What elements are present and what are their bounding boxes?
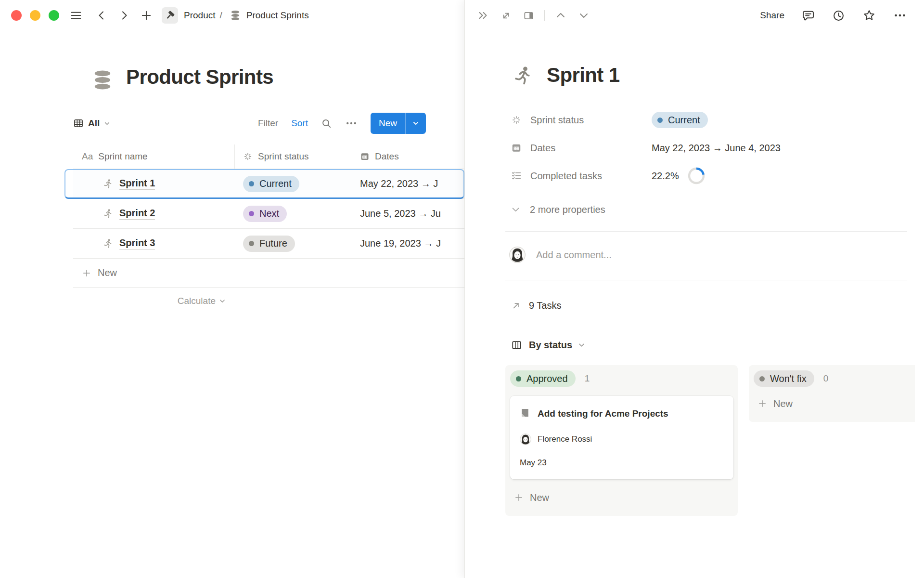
column-header-sprint-status[interactable]: Sprint status bbox=[234, 151, 353, 162]
add-page-icon[interactable] bbox=[140, 9, 153, 22]
board-column-wont-fix: Won't fix 0 New bbox=[749, 365, 915, 422]
close-window-button[interactable] bbox=[11, 10, 22, 21]
new-button[interactable]: New bbox=[371, 113, 426, 134]
property-dates[interactable]: Dates May 22, 2023 → June 4, 2023 bbox=[511, 134, 907, 162]
group-tag[interactable]: Won't fix bbox=[754, 370, 814, 387]
table-row-sprint-3[interactable]: Sprint 3 Future June 19, 2023 → J bbox=[73, 229, 464, 259]
sprint-status-cell[interactable]: Current bbox=[234, 176, 353, 192]
sprint-title[interactable]: Sprint 1 bbox=[119, 178, 155, 190]
status-label: Current bbox=[259, 178, 292, 189]
search-icon[interactable] bbox=[321, 118, 332, 129]
add-comment-row[interactable]: Add a comment... bbox=[509, 244, 907, 265]
date-range: June 5, 2023 → Ju bbox=[360, 208, 441, 219]
share-button[interactable]: Share bbox=[760, 10, 784, 21]
board-new-card-button[interactable]: New bbox=[510, 489, 733, 506]
more-options-icon[interactable] bbox=[345, 117, 358, 130]
notion-window: Product / Product Sprints Product Sprint… bbox=[0, 0, 924, 578]
board-new-card-button[interactable]: New bbox=[754, 395, 915, 412]
board-column-header[interactable]: Approved 1 bbox=[510, 370, 733, 387]
task-title[interactable]: Add testing for Acme Projects bbox=[538, 407, 668, 420]
status-label: Current bbox=[668, 115, 700, 126]
comment-input[interactable]: Add a comment... bbox=[536, 250, 612, 261]
dates-cell[interactable]: June 5, 2023 → Ju bbox=[353, 208, 464, 219]
record-header: Sprint 1 bbox=[511, 64, 907, 88]
page-title: Product Sprints bbox=[126, 66, 273, 89]
breadcrumb-current[interactable]: Product Sprints bbox=[246, 10, 309, 21]
fullscreen-window-button[interactable] bbox=[49, 10, 59, 21]
section-divider bbox=[505, 280, 907, 280]
property-sprint-status[interactable]: Sprint status Current bbox=[511, 106, 907, 134]
table-new-row-button[interactable]: New bbox=[73, 259, 464, 288]
chevron-down-icon bbox=[104, 120, 110, 127]
database-icon[interactable] bbox=[91, 67, 114, 92]
sprint-status-cell[interactable]: Future bbox=[234, 236, 353, 252]
status-tag[interactable]: Future bbox=[243, 236, 295, 252]
table-row-sprint-2[interactable]: Sprint 2 Next June 5, 2023 → Ju bbox=[73, 199, 464, 229]
status-spinner-icon bbox=[243, 152, 253, 161]
previous-record-icon[interactable] bbox=[555, 10, 566, 21]
dates-cell[interactable]: June 19, 2023 → J bbox=[353, 238, 464, 249]
column-header-dates[interactable]: Dates bbox=[353, 151, 464, 162]
sprint-title[interactable]: Sprint 3 bbox=[119, 237, 155, 250]
tasks-link[interactable]: 9 Tasks bbox=[511, 296, 907, 315]
table-view-icon bbox=[73, 118, 84, 129]
sprint-name-cell[interactable]: Sprint 2 bbox=[73, 208, 234, 220]
close-peek-icon[interactable] bbox=[477, 10, 489, 21]
more-options-icon[interactable] bbox=[893, 9, 907, 22]
progress-ring bbox=[687, 167, 706, 185]
expand-page-icon[interactable] bbox=[500, 10, 512, 21]
status-tag[interactable]: Current bbox=[243, 176, 299, 192]
favorite-star-icon[interactable] bbox=[862, 9, 876, 22]
status-tag[interactable]: Next bbox=[243, 206, 287, 222]
board-column-header[interactable]: Won't fix 0 bbox=[754, 370, 915, 387]
sort-button[interactable]: Sort bbox=[291, 118, 308, 129]
view-tab-all[interactable]: All bbox=[73, 118, 110, 129]
record-title[interactable]: Sprint 1 bbox=[547, 64, 620, 87]
task-card[interactable]: Add testing for Acme Projects Florence R… bbox=[510, 396, 733, 479]
hammer-icon[interactable] bbox=[162, 7, 178, 24]
sprint-name-cell[interactable]: Sprint 3 bbox=[73, 237, 234, 250]
task-date: May 23 bbox=[520, 458, 724, 468]
comments-icon[interactable] bbox=[802, 9, 815, 22]
peek-toolbar: Share bbox=[465, 0, 924, 31]
sprints-table: Aa Sprint name Sprint status Dates Sprin… bbox=[73, 144, 464, 315]
new-card-label: New bbox=[773, 398, 793, 409]
status-spinner-icon bbox=[511, 115, 523, 125]
column-label: Sprint name bbox=[98, 151, 147, 162]
status-tag[interactable]: Current bbox=[652, 112, 708, 128]
date-range-value[interactable]: May 22, 2023 → June 4, 2023 bbox=[652, 143, 781, 154]
board-view-icon bbox=[511, 340, 522, 351]
card-count: 1 bbox=[585, 373, 590, 384]
filter-button[interactable]: Filter bbox=[258, 118, 278, 129]
assignee-name: Florence Rossi bbox=[538, 434, 592, 444]
minimize-window-button[interactable] bbox=[30, 10, 40, 21]
forward-icon[interactable] bbox=[118, 10, 130, 21]
board-view-selector[interactable]: By status bbox=[511, 335, 907, 355]
new-dropdown-button[interactable] bbox=[406, 113, 426, 134]
more-properties-toggle[interactable]: 2 more properties bbox=[511, 200, 907, 219]
view-tab-label: All bbox=[88, 118, 100, 129]
status-dot-icon bbox=[657, 118, 663, 123]
runner-icon bbox=[102, 238, 113, 249]
calculate-button[interactable]: Calculate bbox=[73, 296, 234, 306]
next-record-icon[interactable] bbox=[578, 10, 590, 21]
column-header-sprint-name[interactable]: Aa Sprint name bbox=[73, 151, 234, 162]
runner-icon[interactable] bbox=[511, 64, 533, 88]
card-count: 0 bbox=[823, 373, 829, 384]
table-header-row: Aa Sprint name Sprint status Dates bbox=[73, 144, 464, 169]
new-button-label[interactable]: New bbox=[371, 113, 405, 134]
sprint-status-cell[interactable]: Next bbox=[234, 206, 353, 222]
dates-cell[interactable]: May 22, 2023 → J bbox=[353, 178, 464, 189]
sidebar-menu-icon[interactable] bbox=[70, 9, 82, 22]
sprint-name-cell[interactable]: Sprint 1 bbox=[73, 178, 234, 190]
column-label: Dates bbox=[375, 151, 399, 162]
property-completed-tasks[interactable]: Completed tasks 22.2% bbox=[511, 162, 907, 190]
table-row-sprint-1[interactable]: Sprint 1 Current May 22, 2023 → J bbox=[73, 169, 464, 199]
group-tag[interactable]: Approved bbox=[510, 370, 576, 387]
tasks-link-label[interactable]: 9 Tasks bbox=[529, 300, 561, 311]
breadcrumb-parent[interactable]: Product bbox=[184, 10, 215, 21]
back-icon[interactable] bbox=[96, 10, 107, 21]
side-peek-mode-icon[interactable] bbox=[523, 10, 534, 21]
sprint-title[interactable]: Sprint 2 bbox=[119, 208, 155, 220]
updates-clock-icon[interactable] bbox=[832, 9, 845, 22]
